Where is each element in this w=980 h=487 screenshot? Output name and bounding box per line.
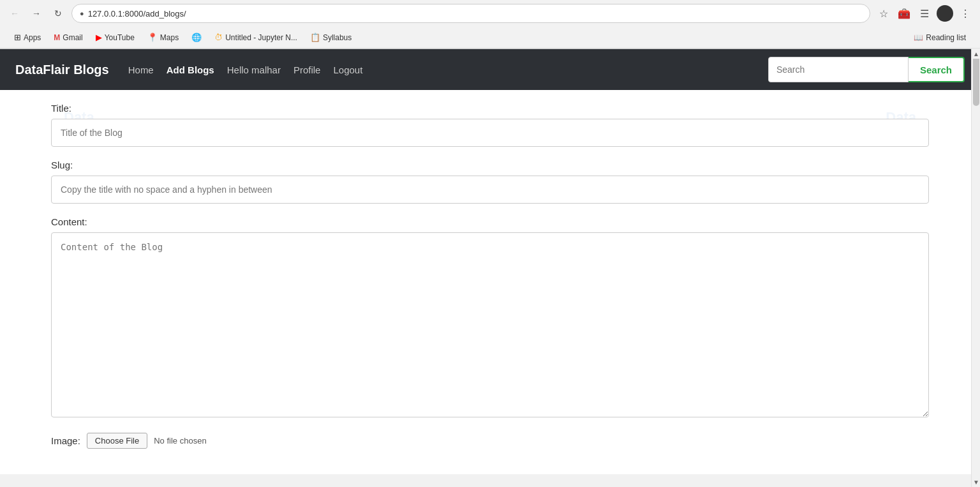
- main-content: Data Flair ↻ Data Flair Data Flair Title…: [0, 90, 980, 474]
- search-input[interactable]: [768, 57, 909, 82]
- back-button[interactable]: ←: [6, 5, 23, 22]
- bookmark-jupyter[interactable]: ⏱ Untitled - Jupyter N...: [209, 30, 302, 45]
- apps-icon: ⊞: [14, 33, 21, 42]
- reading-list-button[interactable]: 📖 Reading list: [909, 31, 971, 45]
- nav-home[interactable]: Home: [128, 64, 154, 75]
- bookmark-star-icon[interactable]: ☆: [875, 5, 892, 22]
- content-section: Content:: [51, 216, 929, 420]
- nav-profile[interactable]: Profile: [293, 64, 321, 75]
- reading-list-label: Reading list: [926, 33, 966, 42]
- reading-list-icon: 📖: [914, 33, 923, 42]
- image-section: Image: Choose File No file chosen: [51, 433, 929, 449]
- title-input[interactable]: [51, 119, 929, 147]
- slug-section: Slug:: [51, 160, 929, 204]
- title-section: Title:: [51, 103, 929, 147]
- scroll-up-arrow[interactable]: ▲: [972, 49, 980, 59]
- bookmark-maps[interactable]: 📍 Maps: [142, 30, 184, 45]
- app-brand: DataFlair Blogs: [15, 63, 109, 77]
- syllabus-icon: 📋: [310, 33, 320, 42]
- url-text: 127.0.0.1:8000/add_blogs/: [88, 9, 862, 19]
- choose-file-button[interactable]: Choose File: [87, 433, 147, 449]
- maps-icon: 📍: [147, 33, 158, 42]
- slug-label: Slug:: [51, 160, 929, 170]
- jupyter-icon: ⏱: [214, 33, 223, 42]
- lock-icon: ●: [80, 10, 84, 17]
- search-area: Search: [768, 57, 965, 82]
- gmail-icon: M: [54, 33, 60, 42]
- no-file-text: No file chosen: [154, 436, 206, 446]
- syllabus-label: Syllabus: [323, 33, 352, 42]
- browser-chrome: ← → ↻ ● 127.0.0.1:8000/add_blogs/ ☆ 🧰 ☰ …: [0, 0, 980, 49]
- jupyter-label: Untitled - Jupyter N...: [225, 33, 297, 42]
- gmail-label: Gmail: [63, 33, 82, 42]
- nav-add-blogs[interactable]: Add Blogs: [167, 64, 214, 75]
- address-bar[interactable]: ● 127.0.0.1:8000/add_blogs/: [71, 4, 870, 23]
- search-button[interactable]: Search: [909, 57, 965, 82]
- browser-icons: ☆ 🧰 ☰ ⋮: [875, 5, 974, 22]
- apps-label: Apps: [24, 33, 41, 42]
- cast-icon[interactable]: ☰: [916, 5, 933, 22]
- app-navbar: DataFlair Blogs Home Add Blogs Hello mal…: [0, 49, 980, 90]
- maps-label: Maps: [160, 33, 179, 42]
- scroll-thumb[interactable]: [973, 55, 979, 106]
- bookmark-apps[interactable]: ⊞ Apps: [9, 30, 46, 45]
- youtube-icon: ▶: [96, 33, 102, 42]
- bookmark-youtube[interactable]: ▶ YouTube: [91, 30, 140, 45]
- app-nav-links: Home Add Blogs Hello malhar Profile Logo…: [128, 64, 768, 75]
- menu-icon[interactable]: ⋮: [957, 5, 974, 22]
- forward-button[interactable]: →: [28, 5, 45, 22]
- bookmarks-bar: ⊞ Apps M Gmail ▶ YouTube 📍 Maps 🌐 ⏱ Unti…: [0, 27, 980, 49]
- slug-input[interactable]: [51, 176, 929, 204]
- content-textarea[interactable]: [51, 232, 929, 417]
- browser-toolbar: ← → ↻ ● 127.0.0.1:8000/add_blogs/ ☆ 🧰 ☰ …: [0, 0, 980, 27]
- bookmark-globe[interactable]: 🌐: [186, 30, 207, 45]
- title-label: Title:: [51, 103, 929, 114]
- bookmark-syllabus[interactable]: 📋 Syllabus: [305, 30, 357, 45]
- extensions-icon[interactable]: 🧰: [896, 5, 912, 22]
- youtube-label: YouTube: [105, 33, 135, 42]
- bookmark-gmail[interactable]: M Gmail: [48, 31, 87, 45]
- browser-scrollbar[interactable]: ▲ ▼: [971, 49, 980, 474]
- globe-icon: 🌐: [191, 33, 202, 42]
- reload-button[interactable]: ↻: [50, 5, 66, 22]
- image-label: Image:: [51, 435, 80, 446]
- nav-logout[interactable]: Logout: [333, 64, 362, 75]
- profile-avatar[interactable]: [937, 5, 953, 22]
- content-label: Content:: [51, 216, 929, 227]
- nav-hello-malhar[interactable]: Hello malhar: [227, 64, 281, 75]
